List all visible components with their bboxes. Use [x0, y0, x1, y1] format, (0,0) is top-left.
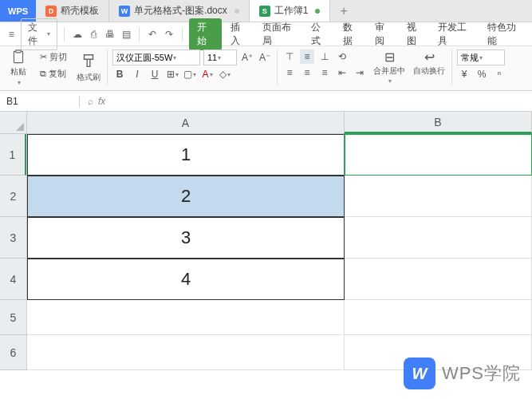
cell-b2[interactable] [345, 176, 532, 217]
align-right-icon[interactable]: ≡ [317, 65, 332, 80]
quick-access-icon[interactable]: ▤ [120, 27, 132, 41]
cut-button[interactable]: ✂剪切 [37, 49, 70, 65]
menu-icon[interactable]: ≡ [5, 27, 18, 41]
menu-formulas[interactable]: 公式 [305, 18, 334, 50]
indent-right-icon[interactable]: ⇥ [353, 65, 367, 80]
fx-icon[interactable]: fx [98, 96, 105, 107]
tab-icon-word: W [119, 6, 130, 17]
undo-icon[interactable]: ↶ [146, 27, 159, 41]
cell-b1[interactable] [345, 134, 532, 176]
increase-font-icon[interactable]: A⁺ [240, 50, 254, 65]
cell-a5[interactable] [27, 300, 345, 335]
menu-page-layout[interactable]: 页面布局 [257, 18, 302, 50]
italic-button[interactable]: I [130, 67, 144, 81]
menu-insert[interactable]: 插入 [225, 18, 254, 50]
svg-rect-1 [16, 50, 21, 53]
copy-icon: ⧉ [40, 69, 46, 79]
decrease-font-icon[interactable]: A⁻ [258, 50, 272, 65]
format-painter-button[interactable]: 格式刷 [75, 49, 102, 86]
merge-center-button[interactable]: ⊟ 合并居中▾ [372, 49, 407, 85]
column-headers: A B [27, 112, 532, 134]
cell-a6[interactable] [27, 335, 345, 370]
file-menu[interactable]: 文件▾ [21, 18, 57, 50]
cell-a4[interactable]: 4 [27, 259, 345, 300]
row-header-3[interactable]: 3 [0, 217, 26, 259]
align-top-icon[interactable]: ⊤ [282, 49, 297, 64]
print-preview-icon[interactable]: ⎙ [87, 27, 100, 41]
clear-format-button[interactable]: ◇▾ [218, 67, 232, 81]
spreadsheet: A B 1 2 3 4 5 6 1 2 3 4 [0, 112, 532, 399]
menu-dev-tools[interactable]: 开发工具 [432, 18, 478, 50]
name-box[interactable]: B1 [0, 96, 80, 107]
menu-data[interactable]: 数据 [337, 18, 366, 50]
col-header-a[interactable]: A [27, 112, 345, 133]
paste-button[interactable]: 粘贴▾ [5, 49, 32, 86]
cell-a2[interactable]: 2 [27, 176, 345, 217]
formula-bar: B1 ⌕ fx [0, 91, 532, 112]
underline-button[interactable]: U [148, 67, 162, 81]
row-header-1[interactable]: 1 [0, 134, 26, 176]
row-header-4[interactable]: 4 [0, 259, 26, 300]
col-header-b[interactable]: B [345, 112, 532, 133]
print-icon[interactable]: 🖶 [104, 27, 116, 41]
menu-bar: ≡ 文件▾ ☁ ⎙ 🖶 ▤ ↶ ↷ 开始 插入 页面布局 公式 数据 审阅 视图… [0, 22, 532, 46]
row-headers: 1 2 3 4 5 6 [0, 134, 27, 370]
lookup-icon[interactable]: ⌕ [88, 96, 93, 107]
merge-icon: ⊟ [384, 49, 395, 65]
cell-b5[interactable] [345, 300, 532, 335]
select-all-corner[interactable] [0, 112, 27, 134]
cell-b3[interactable] [345, 217, 532, 259]
bold-button[interactable]: B [112, 67, 127, 81]
number-format-select[interactable]: 常规▾ [457, 49, 505, 65]
tab-dot-modified [315, 9, 320, 14]
border-button[interactable]: ⊞▾ [165, 67, 179, 81]
align-bottom-icon[interactable]: ⊥ [317, 49, 332, 64]
cell-b4[interactable] [345, 259, 532, 300]
font-size-select[interactable]: 11▾ [203, 49, 237, 65]
cell-a1[interactable]: 1 [27, 134, 345, 176]
menu-review[interactable]: 审阅 [369, 18, 398, 50]
ribbon: 粘贴▾ ✂剪切 ⧉复制 格式刷 汉仪正圆-55W▾ 11▾ A⁺ A⁻ B I … [0, 46, 532, 91]
percent-icon[interactable]: % [475, 67, 489, 81]
tab-icon-doke: D [45, 6, 57, 17]
fill-color-button[interactable]: ▢▾ [183, 67, 197, 81]
row-header-5[interactable]: 5 [0, 300, 26, 335]
redo-icon[interactable]: ↷ [162, 27, 175, 41]
row-header-2[interactable]: 2 [0, 176, 26, 217]
tab-dot [234, 9, 239, 14]
comma-icon[interactable]: ⁿ [492, 67, 506, 81]
save-icon[interactable]: ☁ [71, 27, 84, 41]
start-tab[interactable]: 开始 [189, 18, 223, 50]
wrap-text-button[interactable]: ↩ 自动换行 [412, 49, 447, 77]
font-name-select[interactable]: 汉仪正圆-55W▾ [112, 49, 200, 65]
watermark-text: WPS学院 [442, 361, 521, 385]
font-color-button[interactable]: A▾ [200, 67, 215, 81]
tab-icon-sheet: S [259, 6, 270, 17]
align-center-icon[interactable]: ≡ [300, 65, 314, 80]
align-middle-icon[interactable]: ≡ [300, 49, 314, 64]
currency-icon[interactable]: ¥ [457, 67, 471, 81]
indent-left-icon[interactable]: ⇤ [335, 65, 349, 80]
wrap-icon: ↩ [424, 49, 435, 65]
brush-icon [80, 53, 97, 70]
row-header-6[interactable]: 6 [0, 335, 26, 370]
align-left-icon[interactable]: ≡ [282, 65, 297, 80]
tab-label: 稻壳模板 [61, 4, 99, 18]
clipboard-icon [10, 49, 27, 65]
watermark-logo-icon: W [404, 358, 435, 389]
orientation-icon[interactable]: ⟲ [335, 49, 349, 64]
menu-view[interactable]: 视图 [401, 18, 430, 50]
cells: 1 2 3 4 [27, 134, 532, 370]
copy-button[interactable]: ⧉复制 [37, 66, 70, 81]
tab-label: 工作簿1 [274, 4, 309, 18]
cell-a3[interactable]: 3 [27, 217, 345, 259]
menu-special[interactable]: 特色功能 [482, 18, 527, 50]
tab-label: 单元格格式-图案.docx [134, 4, 227, 18]
watermark: W WPS学院 [404, 358, 521, 389]
scissors-icon: ✂ [40, 52, 47, 62]
